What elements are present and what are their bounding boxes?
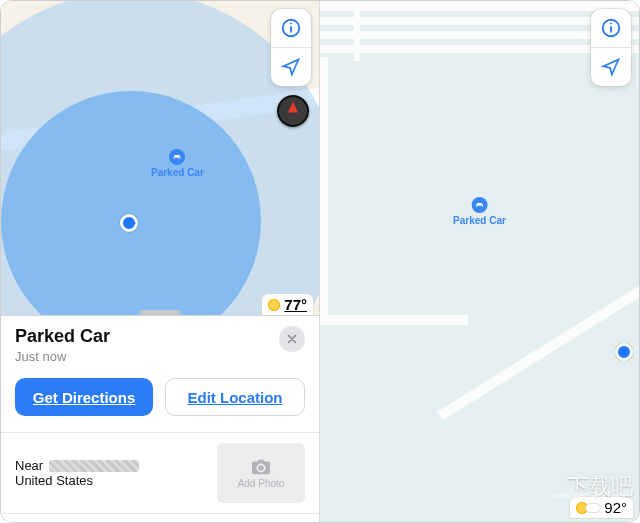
left-screenshot: Parked Car 77° Parked Car: [1, 1, 320, 522]
current-location-dot[interactable]: [120, 214, 138, 232]
parked-car-card: Parked Car Just now Get Directions Edit …: [1, 315, 319, 522]
road: [320, 315, 468, 325]
cloud-icon: [586, 504, 600, 512]
parked-car-marker[interactable]: Parked Car: [453, 197, 506, 226]
svg-point-2: [290, 23, 292, 25]
camera-icon: [250, 458, 272, 476]
near-label: Near: [15, 458, 43, 473]
info-button[interactable]: [271, 9, 311, 47]
compass-icon[interactable]: [277, 95, 309, 127]
right-screenshot: Parked Car 92° 下载吧 www.xiazaiba.com: [320, 1, 639, 522]
parked-car-label: Parked Car: [453, 215, 506, 226]
sun-icon: [268, 299, 280, 311]
info-button[interactable]: [591, 9, 631, 47]
current-location-dot[interactable]: [615, 343, 633, 361]
svg-point-5: [610, 23, 612, 25]
card-title: Parked Car: [15, 326, 110, 347]
parked-car-label: Parked Car: [151, 167, 204, 178]
watermark: 下载吧 www.xiazaiba.com: [567, 446, 633, 502]
road: [320, 57, 328, 317]
weather-badge[interactable]: 77°: [262, 294, 313, 315]
card-subtitle: Just now: [15, 349, 110, 364]
country-label: United States: [15, 473, 207, 488]
temperature-value: 77°: [284, 296, 307, 313]
locate-button[interactable]: [591, 48, 631, 86]
road: [354, 1, 360, 61]
car-icon: [169, 149, 185, 165]
parked-car-marker[interactable]: Parked Car: [151, 149, 204, 178]
get-directions-button[interactable]: Get Directions: [15, 378, 153, 416]
add-photo-label: Add Photo: [238, 478, 285, 489]
redacted-address: [49, 460, 139, 472]
close-button[interactable]: [279, 326, 305, 352]
close-icon: [286, 333, 298, 345]
edit-location-button[interactable]: Edit Location: [165, 378, 305, 416]
road: [320, 1, 639, 11]
map-controls: [271, 9, 311, 86]
road: [437, 253, 639, 420]
car-icon: [472, 197, 488, 213]
add-photo-button[interactable]: Add Photo: [217, 443, 305, 503]
locate-button[interactable]: [271, 48, 311, 86]
screenshot-pair: Parked Car 77° Parked Car: [0, 0, 640, 523]
map-controls: [591, 9, 631, 86]
watermark-url: www.xiazaiba.com: [551, 490, 625, 500]
